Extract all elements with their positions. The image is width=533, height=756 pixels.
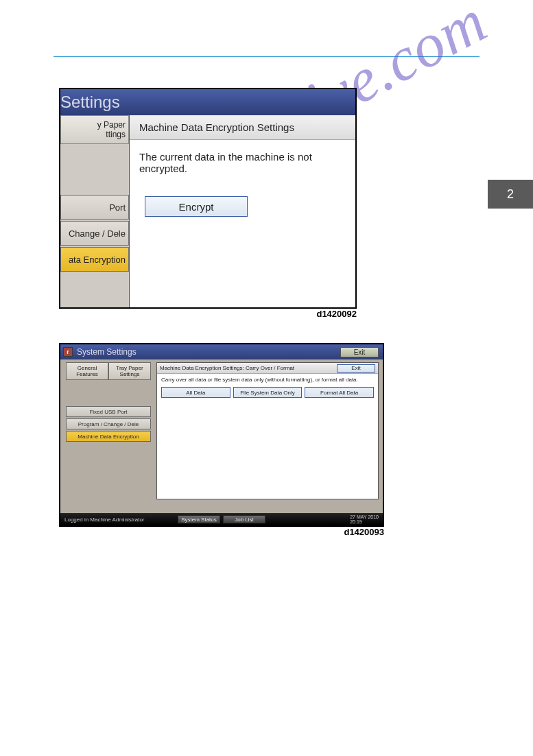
sidebar-item-program-change-delete[interactable]: Program / Change / Dele (66, 418, 151, 429)
option-format-all-data[interactable]: Format All Data (305, 387, 374, 398)
sidebar-item-data-encryption[interactable]: ata Encryption (60, 247, 129, 272)
dialog-encryption-settings: Machine Data Encryption Settings The cur… (129, 115, 355, 309)
status-button-system-status[interactable]: System Status (178, 515, 220, 523)
encrypt-button[interactable]: Encrypt (145, 196, 248, 217)
panel-title: Machine Data Encryption Settings: Carry … (160, 365, 294, 371)
window-title: System Settings (77, 347, 137, 357)
status-time: 20:19 (350, 519, 362, 524)
sidebar: y Paperttings Port Change / Dele ata Enc… (60, 115, 129, 309)
panel-carry-over-format: Machine Data Encryption Settings: Carry … (156, 362, 379, 499)
screenshot-2: r System Settings Exit GeneralFeatures T… (59, 343, 384, 527)
sidebar-item-port[interactable]: Port (60, 195, 129, 220)
panel-exit-button[interactable]: Exit (337, 364, 375, 373)
tab-tray-paper-settings[interactable]: Tray PaperSettings (108, 362, 151, 380)
option-all-data[interactable]: All Data (161, 387, 230, 398)
sidebar-item-machine-data-encryption[interactable]: Machine Data Encryption (66, 431, 151, 442)
sidebar: GeneralFeatures Tray PaperSettings Fixed… (60, 359, 155, 516)
status-bar: Logged in Machine Administrator System S… (60, 513, 383, 525)
titlebar-exit-button[interactable]: Exit (340, 347, 379, 357)
header-rule (54, 56, 479, 57)
panel-description: Carry over all data or file system data … (161, 377, 374, 383)
tab-general-features[interactable]: GeneralFeatures (66, 362, 108, 380)
status-date: 27 MAY 2010 (350, 515, 379, 519)
screenshot-1: Settings y Paperttings Port Change / Del… (59, 88, 357, 309)
window-titlebar: r System Settings Exit (60, 344, 383, 359)
sidebar-item-change-delete[interactable]: Change / Dele (60, 221, 129, 246)
section-tab: 2 (488, 180, 533, 209)
option-file-system-data-only[interactable]: File System Data Only (233, 387, 303, 398)
window-title: Settings (60, 89, 355, 115)
sidebar-tab-paper-settings[interactable]: y Paperttings (60, 115, 129, 144)
app-icon: r (63, 347, 73, 357)
status-login: Logged in Machine Administrator (64, 517, 145, 523)
figure-id-1: d1420092 (59, 309, 357, 319)
figure-id-2: d1420093 (59, 527, 384, 537)
status-button-job-list[interactable]: Job List (223, 515, 265, 523)
dialog-heading: Machine Data Encryption Settings (130, 115, 355, 140)
sidebar-item-fixed-usb-port[interactable]: Fixed USB Port (66, 406, 151, 417)
dialog-message: The current data in the machine is not e… (139, 151, 346, 174)
